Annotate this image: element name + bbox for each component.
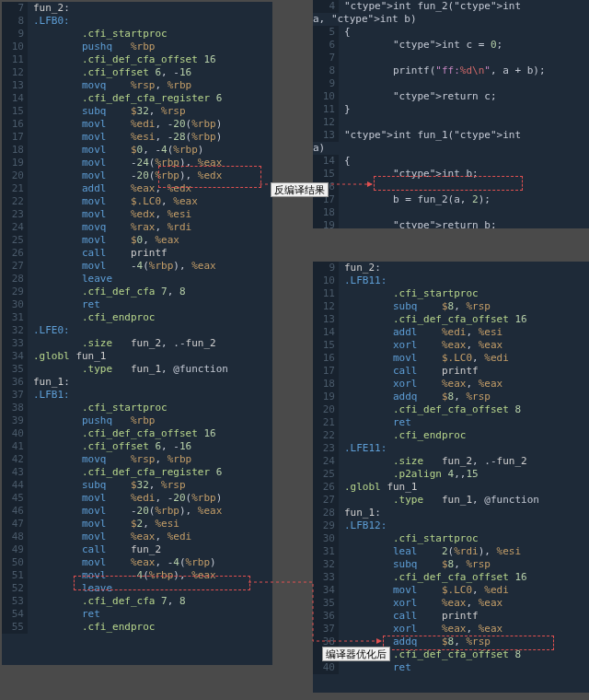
code-line: 34 movl $.LC0, %edi xyxy=(313,584,589,597)
line-number: 11 xyxy=(313,287,339,300)
line-number: 40 xyxy=(313,661,339,674)
code-line: 21 ret xyxy=(313,416,589,429)
code-line: 9fun_2: xyxy=(313,262,589,274)
line-number: 13 xyxy=(313,313,339,326)
line-number: 49 xyxy=(2,543,28,556)
line-number: 22 xyxy=(2,195,28,208)
code-line: 35 .type fun_1, @function xyxy=(2,363,272,376)
code-line: 43 .cfi_def_cfa_register 6 xyxy=(2,466,272,479)
code-line: 18 xyxy=(313,206,589,219)
line-number: 55 xyxy=(2,621,28,634)
line-number: 18 xyxy=(313,206,339,219)
code-line: 7fun_2: xyxy=(2,2,272,15)
code-line: 53 .cfi_def_cfa 7, 8 xyxy=(2,595,272,608)
line-number: 10 xyxy=(2,41,28,53)
code-line: 24 movq %rax, %rdi xyxy=(2,221,272,234)
code-line: 14{ xyxy=(313,155,589,168)
line-number: 40 xyxy=(2,427,28,440)
panel-source-c: 4"ctype">int fun_2("ctype">int a, "ctype… xyxy=(313,0,589,228)
line-number: 51 xyxy=(2,569,28,582)
code-line: 18 movl $0, -4(%rbp) xyxy=(2,144,272,157)
line-number: 23 xyxy=(2,208,28,221)
line-number: 6 xyxy=(313,39,339,52)
code-line: 17 b = fun_2(a, 2); xyxy=(313,193,589,206)
code-line: 51 movl -4(%rbp), %eax xyxy=(2,569,272,582)
line-number: 32 xyxy=(2,324,28,337)
line-number: 7 xyxy=(2,2,28,15)
code-line: 23.LFE11: xyxy=(313,442,589,455)
code-line: 31 .cfi_endproc xyxy=(2,311,272,324)
code-line: 52 leave xyxy=(2,582,272,595)
line-number: 33 xyxy=(2,337,28,350)
line-number: 13 xyxy=(313,129,339,142)
line-number: 39 xyxy=(2,414,28,427)
line-number: 4 xyxy=(313,0,339,13)
line-number: 9 xyxy=(313,262,339,274)
line-number: 17 xyxy=(313,365,339,378)
panel-left-asm: 7fun_2:8.LFB0:9 .cfi_startproc10 pushq %… xyxy=(2,2,272,665)
code-line: 11 .cfi_startproc xyxy=(313,287,589,300)
code-line: 36fun_1: xyxy=(2,376,272,389)
code-line: 11} xyxy=(313,103,589,116)
code-line: 24 .size fun_2, .-fun_2 xyxy=(313,455,589,468)
code-line: 16 movl $.LC0, %edi xyxy=(313,352,589,365)
code-line: 29 .cfi_def_cfa 7, 8 xyxy=(2,286,272,298)
code-line: 40 ret xyxy=(313,661,589,674)
line-number: 43 xyxy=(2,466,28,479)
code-line: 17 call printf xyxy=(313,365,589,378)
callout-decompile-result: 反编译结果 xyxy=(271,182,329,197)
code-line: 33 .size fun_2, .-fun_2 xyxy=(2,337,272,350)
line-number: 19 xyxy=(313,391,339,403)
line-number: 46 xyxy=(2,505,28,518)
code-line: 16 xyxy=(313,181,589,193)
line-number: 30 xyxy=(313,532,339,545)
line-number: 44 xyxy=(2,479,28,492)
figure-root: { "callouts": { "decompile": "反编译结果", "o… xyxy=(0,0,589,700)
code-line: 20 movl -20(%rbp), %edx xyxy=(2,169,272,182)
callout-optimized: 编译器优化后 xyxy=(322,647,390,661)
line-number: 26 xyxy=(313,481,339,494)
line-number: 36 xyxy=(313,610,339,623)
code-line: 30 ret xyxy=(2,298,272,311)
code-line: 9 .cfi_startproc xyxy=(2,28,272,41)
code-line: 13 movq %rsp, %rbp xyxy=(2,79,272,92)
code-line: 28fun_1: xyxy=(313,507,589,519)
line-number: 10 xyxy=(313,274,339,287)
line-number: 23 xyxy=(313,442,339,455)
line-number: 48 xyxy=(2,531,28,543)
code-line: 8 printf("ff:%d\n", a + b); xyxy=(313,64,589,77)
code-line: 14 .cfi_def_cfa_register 6 xyxy=(2,92,272,105)
line-number: 17 xyxy=(2,131,28,144)
code-line: 10.LFB11: xyxy=(313,274,589,287)
line-number: 18 xyxy=(313,378,339,391)
code-line: 28 leave xyxy=(2,273,272,286)
line-number: 14 xyxy=(313,326,339,339)
code-line: 13"ctype">int fun_1("ctype">int xyxy=(313,129,589,142)
code-line: 25 movl $0, %eax xyxy=(2,234,272,247)
code-line: 34.globl fun_1 xyxy=(2,350,272,363)
line-number: 25 xyxy=(2,234,28,247)
code-line: 23 movl %edx, %esi xyxy=(2,208,272,221)
line-number: 38 xyxy=(2,402,28,414)
code-line: 25 .p2align 4,,15 xyxy=(313,468,589,481)
code-line: 47 movl $2, %esi xyxy=(2,518,272,531)
code-line: 41 .cfi_offset 6, -16 xyxy=(2,440,272,453)
line-number: 33 xyxy=(313,571,339,584)
line-number: 45 xyxy=(2,492,28,505)
line-number: 50 xyxy=(2,556,28,569)
code-line: 27 movl -4(%rbp), %eax xyxy=(2,260,272,273)
code-line: 46 movl -20(%rbp), %eax xyxy=(2,505,272,518)
code-line: 14 addl %edi, %esi xyxy=(313,326,589,339)
code-line: 38 .cfi_startproc xyxy=(2,402,272,414)
code-line: 36 call printf xyxy=(313,610,589,623)
line-number: 47 xyxy=(2,518,28,531)
code-line: 48 movl %eax, %edi xyxy=(2,531,272,543)
line-number: 14 xyxy=(313,155,339,168)
line-number: 8 xyxy=(2,15,28,28)
line-number: 18 xyxy=(2,144,28,157)
line-number: 31 xyxy=(313,545,339,558)
line-number: 8 xyxy=(313,64,339,77)
line-number: 20 xyxy=(2,169,28,182)
line-number: 7 xyxy=(313,52,339,64)
code-line: 32 subq $8, %rsp xyxy=(313,558,589,571)
